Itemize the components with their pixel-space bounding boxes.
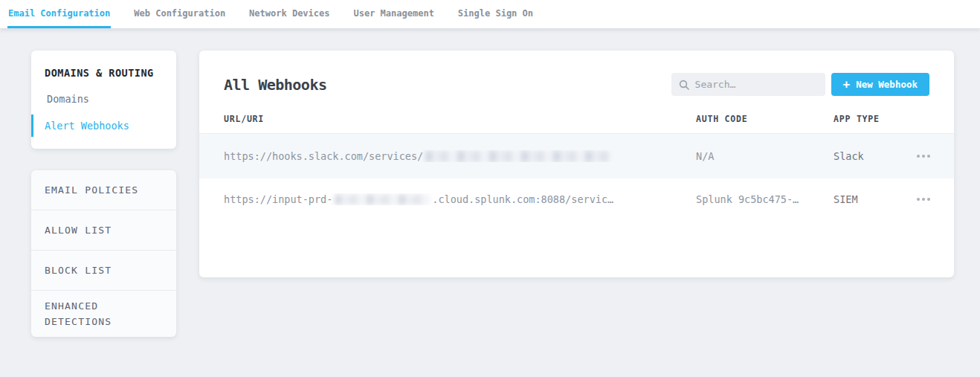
tab-single-sign-on[interactable]: Single Sign On <box>457 0 534 28</box>
tab-network-devices[interactable]: Network Devices <box>248 0 330 28</box>
webhooks-table: URL/URI AUTH CODE APP TYPE https://hooks… <box>199 114 954 220</box>
tab-email-configuration[interactable]: Email Configuration <box>7 0 111 28</box>
tab-user-management[interactable]: User Management <box>352 0 434 28</box>
webhook-url-suffix: .cloud.splunk.com:8088/servic… <box>432 193 613 205</box>
column-header-auth-code: AUTH CODE <box>696 114 834 124</box>
redacted-url-segment <box>425 151 610 162</box>
webhook-url-text: https://input-prd- <box>224 193 332 205</box>
sidebar-item-block-list[interactable]: BLOCK LIST <box>31 251 176 291</box>
page-content: DOMAINS & ROUTING Domains Alert Webhooks… <box>0 28 980 337</box>
plus-icon: + <box>843 79 851 91</box>
column-header-url: URL/URI <box>224 114 696 124</box>
ellipsis-icon <box>917 198 920 201</box>
all-webhooks-panel: All Webhooks + New Webhook URL/URI AU <box>199 51 954 277</box>
new-webhook-label: New Webhook <box>856 79 918 90</box>
webhook-url-cell: https://hooks.slack.com/services/ <box>224 150 696 162</box>
tab-web-configuration[interactable]: Web Configuration <box>133 0 226 28</box>
sidebar-item-email-policies[interactable]: EMAIL POLICIES <box>31 170 176 210</box>
app-type-cell: Slack <box>834 150 900 162</box>
domains-routing-card: DOMAINS & ROUTING Domains Alert Webhooks <box>31 51 176 149</box>
auth-code-cell: N/A <box>696 150 834 162</box>
ellipsis-icon <box>917 155 920 158</box>
panel-header: All Webhooks + New Webhook <box>199 51 954 114</box>
webhook-url-cell: https://input-prd- .cloud.splunk.com:808… <box>224 193 696 205</box>
redacted-url-segment <box>335 194 430 205</box>
row-menu-button[interactable] <box>900 150 932 162</box>
header-actions: + New Webhook <box>671 73 929 96</box>
search-input[interactable] <box>695 79 818 90</box>
sidebar: DOMAINS & ROUTING Domains Alert Webhooks… <box>31 51 176 337</box>
domains-routing-heading: DOMAINS & ROUTING <box>31 67 176 83</box>
auth-code-cell: Splunk 9c5bc475-… <box>696 193 834 205</box>
top-navigation: Email Configuration Web Configuration Ne… <box>0 0 980 28</box>
page-title: All Webhooks <box>224 76 327 94</box>
policy-sections-card: EMAIL POLICIES ALLOW LIST BLOCK LIST ENH… <box>31 170 176 337</box>
table-row: https://input-prd- .cloud.splunk.com:808… <box>199 178 954 220</box>
sidebar-item-alert-webhooks[interactable]: Alert Webhooks <box>31 115 176 137</box>
row-menu-button[interactable] <box>900 193 932 205</box>
search-box <box>671 73 825 96</box>
sidebar-item-enhanced-detections[interactable]: ENHANCED DETECTIONS <box>31 291 176 337</box>
sidebar-item-allow-list[interactable]: ALLOW LIST <box>31 210 176 251</box>
table-row: https://hooks.slack.com/services/ N/A Sl… <box>199 134 954 178</box>
new-webhook-button[interactable]: + New Webhook <box>831 73 929 96</box>
app-type-cell: SIEM <box>834 193 900 205</box>
webhook-url-text: https://hooks.slack.com/services/ <box>224 150 423 162</box>
sidebar-item-domains[interactable]: Domains <box>31 88 176 110</box>
table-header-row: URL/URI AUTH CODE APP TYPE <box>199 114 954 134</box>
column-header-app-type: APP TYPE <box>834 114 900 124</box>
search-icon <box>679 80 689 90</box>
